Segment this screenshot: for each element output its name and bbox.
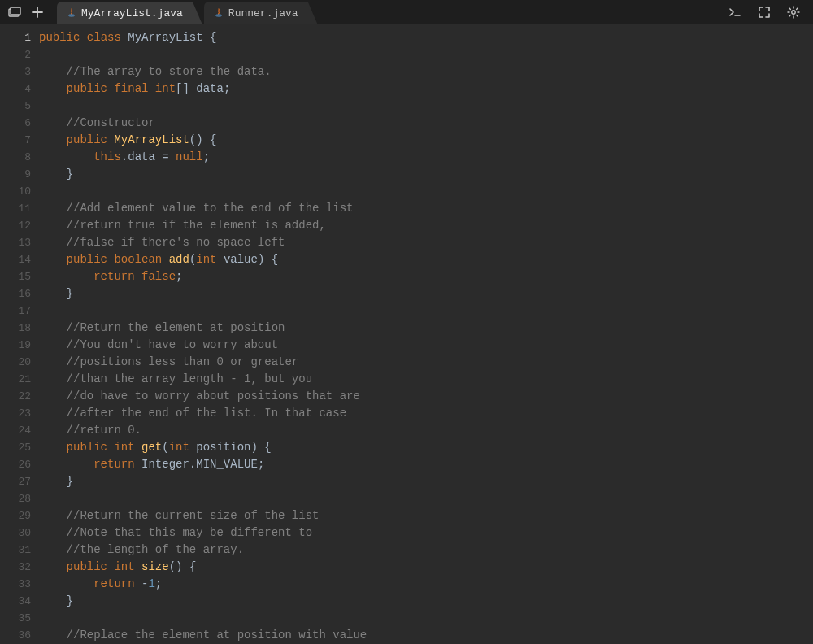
code-line[interactable]: //than the array length - 1, but you — [39, 371, 813, 388]
token-kw: public — [67, 82, 107, 95]
code-line[interactable]: public final int[] data; — [39, 80, 813, 98]
line-number: 4 — [0, 80, 31, 98]
svg-point-3 — [215, 15, 221, 16]
fullscreen-icon[interactable] — [754, 2, 774, 22]
line-number: 9 — [0, 166, 31, 183]
line-number: 20 — [0, 354, 31, 371]
token-cm: //Return the element at position — [67, 321, 285, 334]
token-pn: ; — [258, 458, 264, 471]
token-kw: return — [93, 458, 134, 471]
token-id: data — [196, 82, 224, 95]
settings-icon[interactable] — [784, 2, 803, 22]
code-line[interactable] — [39, 610, 813, 627]
code-line[interactable]: //return 0. — [39, 422, 813, 439]
token-cm: //return true if the element is added, — [67, 219, 326, 232]
token-fn: size — [141, 560, 169, 573]
terminal-icon[interactable] — [725, 2, 745, 22]
code-line[interactable]: public class MyArrayList { — [39, 29, 813, 46]
token-cm: //positions less than 0 or greater — [67, 355, 299, 368]
line-number: 2 — [0, 46, 31, 63]
code-line[interactable]: return Integer.MIN_VALUE; — [39, 456, 813, 473]
line-number: 17 — [0, 302, 31, 320]
line-number: 7 — [0, 132, 31, 149]
tab-myarraylist-java[interactable]: MyArrayList.java — [57, 2, 202, 24]
code-line[interactable]: //return true if the element is added, — [39, 217, 813, 234]
token-cls: MyArrayList — [128, 31, 202, 44]
code-line[interactable]: public int get(int position) { — [39, 439, 813, 456]
token-kw: class — [87, 31, 121, 44]
svg-rect-1 — [11, 7, 20, 15]
code-line[interactable] — [39, 302, 813, 320]
code-line[interactable]: } — [39, 593, 813, 610]
code-line[interactable]: //The array to store the data. — [39, 63, 813, 80]
token-id: Integer — [141, 458, 189, 471]
token-cm: //Constructor — [67, 116, 155, 129]
java-icon — [214, 8, 224, 18]
token-cm: //false if there's no space left — [67, 236, 285, 249]
code-line[interactable]: //Constructor — [39, 115, 813, 132]
code-line[interactable]: return false; — [39, 268, 813, 285]
token-brace: } — [67, 287, 73, 300]
token-brace: } — [67, 168, 73, 181]
code-line[interactable]: //Return the element at position — [39, 320, 813, 337]
code-editor[interactable]: 1234567891011121314151617181920212223242… — [0, 24, 813, 644]
code-line[interactable] — [39, 98, 813, 115]
token-kw: this — [93, 150, 121, 163]
code-line[interactable]: //Return the current size of the list — [39, 507, 813, 524]
line-number: 16 — [0, 285, 31, 302]
token-kw: return — [93, 270, 134, 283]
token-kw: int — [155, 82, 176, 95]
token-brace: { — [210, 31, 216, 44]
svg-point-2 — [69, 15, 75, 16]
token-cm: //Return the current size of the list — [67, 509, 320, 522]
token-kw: int — [114, 560, 134, 573]
line-number: 33 — [0, 576, 31, 593]
line-number: 10 — [0, 183, 31, 200]
token-pn: () — [169, 560, 183, 573]
code-line[interactable]: public MyArrayList() { — [39, 132, 813, 149]
code-line[interactable]: //You don't have to worry about — [39, 337, 813, 354]
token-brace: { — [189, 560, 196, 573]
code-line[interactable]: return -1; — [39, 576, 813, 593]
line-number: 6 — [0, 115, 31, 132]
token-id: data — [128, 150, 155, 163]
token-cm: //You don't have to worry about — [67, 338, 278, 351]
code-line[interactable]: } — [39, 166, 813, 183]
tab-runner-java[interactable]: Runner.java — [204, 2, 318, 24]
code-line[interactable]: //do have to worry about positions that … — [39, 388, 813, 405]
token-kw: int — [114, 441, 134, 454]
token-pn: ) — [251, 441, 258, 454]
line-number: 13 — [0, 234, 31, 251]
plus-icon[interactable] — [28, 2, 47, 22]
token-kw: null — [176, 150, 203, 163]
code-line[interactable]: } — [39, 473, 813, 490]
code-line[interactable]: public boolean add(int value) { — [39, 251, 813, 268]
token-num: 1 — [148, 577, 154, 590]
token-id: value — [224, 253, 258, 266]
code-line[interactable]: //Note that this may be different to — [39, 524, 813, 542]
code-area[interactable]: public class MyArrayList { //The array t… — [39, 24, 813, 644]
code-line[interactable]: //the length of the array. — [39, 542, 813, 559]
code-line[interactable]: //false if there's no space left — [39, 234, 813, 251]
code-line[interactable]: public int size() { — [39, 559, 813, 576]
token-pn: . — [121, 150, 128, 163]
token-cm: //than the array length - 1, but you — [67, 372, 312, 385]
code-line[interactable] — [39, 46, 813, 63]
code-line[interactable]: } — [39, 285, 813, 302]
code-line[interactable]: //after the end of the list. In that cas… — [39, 405, 813, 422]
token-kw: final — [114, 82, 148, 95]
code-line[interactable]: //positions less than 0 or greater — [39, 354, 813, 371]
code-line[interactable] — [39, 490, 813, 507]
code-line[interactable]: this.data = null; — [39, 149, 813, 166]
code-line[interactable]: //Add element value to the end of the li… — [39, 200, 813, 217]
svg-point-4 — [792, 11, 795, 14]
token-pn: [] — [176, 82, 189, 95]
titlebar-right — [725, 2, 808, 22]
files-icon[interactable] — [5, 2, 24, 22]
code-line[interactable]: //Replace the element at position with v… — [39, 627, 813, 644]
token-kw: public — [67, 560, 107, 573]
code-line[interactable] — [39, 183, 813, 200]
token-fn: get — [141, 441, 162, 454]
token-kw: public — [67, 253, 107, 266]
line-number: 15 — [0, 268, 31, 285]
